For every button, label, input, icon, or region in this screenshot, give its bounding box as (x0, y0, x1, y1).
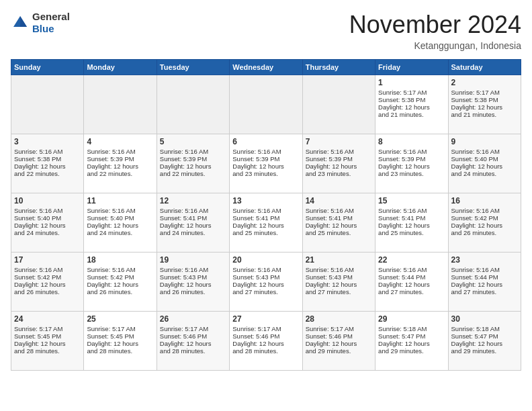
calendar-cell: 12Sunrise: 5:16 AMSunset: 5:41 PMDayligh… (157, 193, 229, 253)
daylight-text-1: Daylight: 12 hours (378, 222, 445, 229)
sunrise-text: Sunrise: 5:16 AM (378, 148, 445, 155)
sunrise-text: Sunrise: 5:16 AM (306, 148, 372, 155)
calendar-cell: 13Sunrise: 5:16 AMSunset: 5:41 PMDayligh… (230, 193, 302, 253)
sunrise-text: Sunrise: 5:16 AM (87, 266, 153, 273)
sunset-text: Sunset: 5:39 PM (87, 155, 153, 163)
daylight-text-2: and 25 minutes. (378, 229, 445, 236)
day-number: 27 (232, 314, 299, 324)
sunset-text: Sunset: 5:46 PM (306, 332, 372, 340)
sunrise-text: Sunrise: 5:16 AM (160, 207, 226, 214)
daylight-text-1: Daylight: 12 hours (87, 340, 153, 347)
sunrise-text: Sunrise: 5:16 AM (14, 148, 81, 155)
sunset-text: Sunset: 5:39 PM (306, 155, 372, 163)
day-number: 10 (14, 196, 81, 205)
sunset-text: Sunset: 5:38 PM (378, 96, 445, 103)
calendar-cell: 4Sunrise: 5:16 AMSunset: 5:39 PMDaylight… (84, 134, 157, 193)
daylight-text-2: and 29 minutes. (378, 347, 445, 355)
day-number: 6 (232, 137, 299, 146)
daylight-text-1: Daylight: 12 hours (14, 163, 81, 170)
calendar-cell: 21Sunrise: 5:16 AMSunset: 5:43 PMDayligh… (302, 253, 375, 312)
daylight-text-2: and 25 minutes. (232, 229, 299, 236)
week-row-2: 3Sunrise: 5:16 AMSunset: 5:38 PMDaylight… (11, 134, 521, 193)
calendar-cell (302, 75, 375, 134)
sunset-text: Sunset: 5:42 PM (14, 273, 81, 281)
daylight-text-2: and 24 minutes. (451, 170, 518, 177)
logo-icon (11, 13, 30, 32)
sunset-text: Sunset: 5:38 PM (451, 96, 518, 103)
day-number: 2 (451, 78, 518, 87)
sunrise-text: Sunrise: 5:17 AM (232, 325, 299, 332)
calendar-header: SundayMondayTuesdayWednesdayThursdayFrid… (11, 60, 521, 75)
sunset-text: Sunset: 5:40 PM (87, 214, 153, 222)
daylight-text-2: and 22 minutes. (160, 170, 226, 177)
calendar-cell: 23Sunrise: 5:16 AMSunset: 5:44 PMDayligh… (448, 253, 521, 312)
day-number: 18 (87, 255, 153, 265)
sunset-text: Sunset: 5:40 PM (14, 214, 81, 222)
daylight-text-2: and 21 minutes. (378, 111, 445, 118)
day-number: 22 (378, 255, 445, 265)
daylight-text-1: Daylight: 12 hours (14, 281, 81, 288)
page-header: General Blue November 2024 Ketanggungan,… (11, 11, 521, 51)
daylight-text-1: Daylight: 12 hours (451, 281, 518, 288)
sunset-text: Sunset: 5:45 PM (14, 332, 81, 340)
daylight-text-2: and 27 minutes. (378, 288, 445, 295)
daylight-text-1: Daylight: 12 hours (87, 163, 153, 170)
calendar-cell: 29Sunrise: 5:18 AMSunset: 5:47 PMDayligh… (375, 312, 448, 371)
calendar-cell: 9Sunrise: 5:16 AMSunset: 5:40 PMDaylight… (448, 134, 521, 193)
daylight-text-1: Daylight: 12 hours (306, 222, 372, 229)
sunset-text: Sunset: 5:42 PM (87, 273, 153, 281)
calendar-cell: 7Sunrise: 5:16 AMSunset: 5:39 PMDaylight… (302, 134, 375, 193)
daylight-text-1: Daylight: 12 hours (232, 163, 299, 170)
day-number: 20 (232, 255, 299, 265)
daylight-text-1: Daylight: 12 hours (378, 340, 445, 347)
daylight-text-1: Daylight: 12 hours (14, 222, 81, 229)
sunset-text: Sunset: 5:42 PM (451, 214, 518, 222)
sunset-text: Sunset: 5:46 PM (232, 332, 299, 340)
daylight-text-1: Daylight: 12 hours (87, 281, 153, 288)
calendar-cell: 28Sunrise: 5:17 AMSunset: 5:46 PMDayligh… (302, 312, 375, 371)
sunrise-text: Sunrise: 5:17 AM (451, 89, 518, 96)
daylight-text-1: Daylight: 12 hours (306, 340, 372, 347)
daylight-text-2: and 27 minutes. (306, 288, 372, 295)
daylight-text-2: and 27 minutes. (451, 288, 518, 295)
day-number: 24 (14, 314, 81, 324)
day-number: 28 (306, 314, 372, 324)
sunrise-text: Sunrise: 5:17 AM (378, 89, 445, 96)
daylight-text-1: Daylight: 12 hours (232, 222, 299, 229)
day-number: 9 (451, 137, 518, 146)
week-row-5: 24Sunrise: 5:17 AMSunset: 5:45 PMDayligh… (11, 312, 521, 371)
daylight-text-2: and 28 minutes. (14, 347, 81, 355)
sunset-text: Sunset: 5:45 PM (87, 332, 153, 340)
sunset-text: Sunset: 5:47 PM (451, 332, 518, 340)
week-row-3: 10Sunrise: 5:16 AMSunset: 5:40 PMDayligh… (11, 193, 521, 253)
daylight-text-1: Daylight: 12 hours (378, 281, 445, 288)
sunrise-text: Sunrise: 5:16 AM (306, 266, 372, 273)
sunset-text: Sunset: 5:39 PM (378, 155, 445, 163)
header-row: SundayMondayTuesdayWednesdayThursdayFrid… (11, 60, 521, 75)
daylight-text-2: and 26 minutes. (87, 288, 153, 295)
logo: General Blue (11, 11, 70, 35)
sunset-text: Sunset: 5:46 PM (160, 332, 226, 340)
calendar-cell: 26Sunrise: 5:17 AMSunset: 5:46 PMDayligh… (157, 312, 229, 371)
calendar-body: 1Sunrise: 5:17 AMSunset: 5:38 PMDaylight… (11, 75, 521, 371)
calendar-cell: 30Sunrise: 5:18 AMSunset: 5:47 PMDayligh… (448, 312, 521, 371)
sunrise-text: Sunrise: 5:16 AM (232, 148, 299, 155)
calendar-cell: 1Sunrise: 5:17 AMSunset: 5:38 PMDaylight… (375, 75, 448, 134)
calendar-cell: 24Sunrise: 5:17 AMSunset: 5:45 PMDayligh… (11, 312, 84, 371)
sunset-text: Sunset: 5:38 PM (14, 155, 81, 163)
calendar-cell (84, 75, 157, 134)
daylight-text-1: Daylight: 12 hours (451, 103, 518, 111)
daylight-text-1: Daylight: 12 hours (451, 163, 518, 170)
sunset-text: Sunset: 5:41 PM (378, 214, 445, 222)
sunrise-text: Sunrise: 5:17 AM (87, 325, 153, 332)
week-row-1: 1Sunrise: 5:17 AMSunset: 5:38 PMDaylight… (11, 75, 521, 134)
sunrise-text: Sunrise: 5:17 AM (160, 325, 226, 332)
sunset-text: Sunset: 5:43 PM (160, 273, 226, 281)
day-number: 16 (451, 196, 518, 205)
calendar-cell: 27Sunrise: 5:17 AMSunset: 5:46 PMDayligh… (230, 312, 302, 371)
daylight-text-1: Daylight: 12 hours (160, 163, 226, 170)
sunrise-text: Sunrise: 5:16 AM (87, 207, 153, 214)
day-number: 25 (87, 314, 153, 324)
day-number: 23 (451, 255, 518, 265)
day-number: 19 (160, 255, 226, 265)
